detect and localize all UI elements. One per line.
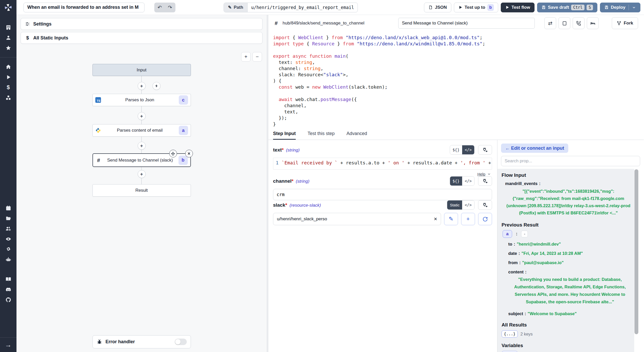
tab-advanced[interactable]: Advanced <box>346 131 367 140</box>
suspend-bed-button[interactable] <box>587 17 599 29</box>
all-static-inputs-button[interactable]: $ All Static Inputs <box>21 32 262 44</box>
expand-results-button[interactable]: {...} <box>502 330 518 338</box>
expr-mode-segment[interactable]: </> <box>462 177 474 186</box>
connect-input-button[interactable] <box>478 176 492 186</box>
collapse-button[interactable]: - <box>521 231 528 237</box>
text-expression-code: `Email received by ` + results.a.to + ' … <box>282 160 492 165</box>
flow-settings-button[interactable]: Settings <box>21 18 262 30</box>
expr-mode-segment[interactable]: </> <box>462 145 474 154</box>
error-handler-node[interactable]: Error handler <box>92 335 191 348</box>
save-draft-button[interactable]: Save draft Ctrl S <box>537 3 597 12</box>
bed-icon <box>590 21 596 26</box>
add-step-button[interactable]: + <box>138 82 146 90</box>
trigger-bolt-button[interactable] <box>152 82 160 90</box>
undo-button[interactable]: ↶ <box>155 3 165 12</box>
hub-script-path[interactable]: hub/849/slack/send_message_to_channel <box>283 21 365 26</box>
result-entry-from[interactable]: from:"paul@supabase.io" <box>508 259 632 266</box>
favorites-star-icon[interactable] <box>0 43 16 53</box>
result-entry-content[interactable]: content: "Everything you need to build a… <box>508 269 632 308</box>
flow-graph-panel: Settings $ All Static Inputs + − Input <box>16 15 267 352</box>
slack-resource-input[interactable] <box>277 216 434 222</box>
expand-variables-button[interactable]: {...} <box>502 351 518 352</box>
deploy-button[interactable]: Deploy <box>600 3 640 12</box>
add-resource-button[interactable]: + <box>461 213 475 225</box>
expr-mode-segment[interactable]: </> <box>462 200 474 209</box>
delete-node-button[interactable]: × <box>185 150 193 157</box>
result-entry-subject[interactable]: subject:"Welcome to Supabase" <box>508 311 632 317</box>
json-button[interactable]: JSON <box>424 3 451 12</box>
add-step-button[interactable]: + <box>138 170 146 178</box>
connect-input-button[interactable] <box>478 200 492 210</box>
text-expression-editor[interactable]: 1 `Email received by ` + results.a.to + … <box>273 158 492 170</box>
flow-graph-canvas[interactable]: + − Input + TS Parses to <box>16 46 267 352</box>
tab-test-this-step[interactable]: Test this step <box>308 131 335 140</box>
runs-play-icon[interactable] <box>0 72 16 82</box>
add-step-button[interactable]: + <box>138 112 146 120</box>
static-mode-segment[interactable]: ${} <box>450 177 462 186</box>
move-node-handle[interactable] <box>169 150 177 157</box>
static-mode-segment[interactable]: Static <box>447 200 462 209</box>
edit-or-connect-button[interactable]: ← Edit or connect an input <box>501 144 568 153</box>
zoom-in-button[interactable]: + <box>241 52 251 62</box>
kbd-s: S <box>587 5 593 10</box>
result-entry-date[interactable]: date:"Fri, Apr 14, 2023 at 10:28 AM" <box>508 250 632 257</box>
prop-key[interactable]: mandrill_events <box>505 181 538 186</box>
workspace-building-icon[interactable] <box>0 22 16 32</box>
result-a-chip[interactable]: a <box>503 230 512 238</box>
props-scroll-area[interactable]: Flow Input mandrill_events: "[{"event":"… <box>497 169 634 352</box>
redo-button[interactable]: ↷ <box>165 3 175 12</box>
home-icon[interactable] <box>0 62 16 72</box>
error-handler-toggle[interactable] <box>175 339 187 345</box>
box-button[interactable] <box>558 17 570 29</box>
slack-resource-picker[interactable]: × <box>273 213 441 225</box>
flow-node-input[interactable]: Input <box>92 64 191 76</box>
channel-value-input[interactable] <box>273 189 492 200</box>
windmill-flow-editor: $ <box>0 0 644 352</box>
settings-gear-icon[interactable] <box>0 244 16 254</box>
static-mode-segment[interactable]: ${} <box>450 145 462 154</box>
zoom-out-button[interactable]: − <box>252 52 262 62</box>
flow-node-send-message-selected[interactable]: # Send Message to Channel (slack) b × <box>92 153 191 167</box>
test-up-to-button[interactable]: Test up to b <box>454 3 498 12</box>
step-name-input[interactable] <box>398 18 535 29</box>
fork-button[interactable]: Fork <box>612 17 638 29</box>
code-editor[interactable]: import { WebClient } from "https://deno.… <box>268 31 644 127</box>
audit-eye-icon[interactable] <box>0 234 16 244</box>
search-prop-input[interactable] <box>501 156 640 166</box>
tab-step-input[interactable]: Step Input <box>273 131 296 140</box>
folders-icon[interactable] <box>0 213 16 223</box>
docs-book-icon[interactable] <box>0 274 16 284</box>
test-flow-button[interactable]: Test flow <box>501 3 535 12</box>
phone-incoming-button[interactable] <box>573 17 584 29</box>
step-input-form: text*(string) ${} </> <box>268 140 497 352</box>
flow-node-result[interactable]: Result <box>92 184 191 197</box>
help-link[interactable]: Help <box>477 172 485 176</box>
reload-script-button[interactable]: ⇄ <box>544 17 556 29</box>
discord-icon[interactable] <box>0 284 16 295</box>
schedules-calendar-icon[interactable] <box>0 203 16 213</box>
panel-divider[interactable] <box>267 15 268 352</box>
square-icon <box>562 21 567 26</box>
collapse-sidebar-arrow-icon[interactable]: → <box>0 338 16 352</box>
chevron-down-icon[interactable] <box>632 5 636 10</box>
result-entry-to[interactable]: to:"henri@windmill.dev" <box>508 241 632 247</box>
flow-node-parses-to-json[interactable]: TS Parses to Json c <box>92 94 191 106</box>
path-chip[interactable]: ✎ Path u/henri/triggered_by_email_report… <box>224 3 358 12</box>
flow-node-parses-content[interactable]: Parses content of email a <box>92 124 191 137</box>
chevron-down-icon[interactable] <box>487 172 491 176</box>
refresh-resource-button[interactable] <box>478 213 492 225</box>
edit-resource-button[interactable]: ✎ <box>444 213 458 225</box>
robot-icon[interactable] <box>0 254 16 265</box>
windmill-logo-icon[interactable] <box>0 0 16 15</box>
clear-resource-button[interactable]: × <box>434 216 437 222</box>
github-icon[interactable] <box>0 295 16 305</box>
groups-users-gear-icon[interactable] <box>0 223 16 234</box>
scrollbar-thumb[interactable] <box>634 169 638 334</box>
variables-dollar-icon[interactable]: $ <box>0 82 16 93</box>
resources-cubes-icon[interactable] <box>0 93 16 103</box>
prop-value[interactable]: "[{"event":"inbound","ts":1683819426,"ms… <box>502 188 632 216</box>
connect-input-button[interactable] <box>478 145 492 155</box>
user-icon[interactable] <box>0 32 16 43</box>
flow-title-input[interactable] <box>23 3 145 12</box>
add-step-button[interactable]: + <box>138 142 146 150</box>
